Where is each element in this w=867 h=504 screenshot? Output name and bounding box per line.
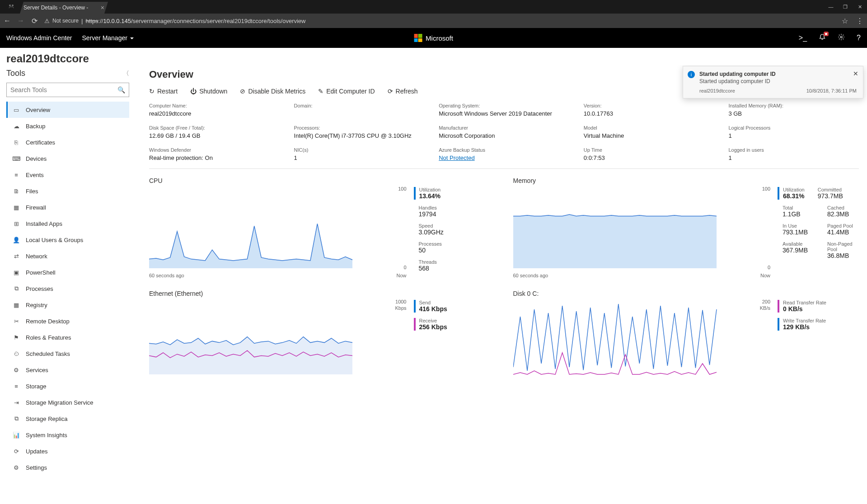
- product-label[interactable]: Windows Admin Center: [6, 34, 72, 42]
- stat: In Use793.1MB: [778, 223, 814, 236]
- property-value: 1: [728, 132, 859, 139]
- tool-icon: ✂: [12, 318, 20, 325]
- stat-label: Utilization: [419, 187, 495, 192]
- forward-button[interactable]: →: [17, 17, 24, 25]
- sidebar-item-local-users-groups[interactable]: 👤Local Users & Groups: [6, 232, 129, 248]
- console-icon[interactable]: >_: [799, 34, 807, 42]
- tools-panel: Tools 〈 🔍 ▭Overview☁Backup⎘Certificates⌨…: [0, 65, 136, 504]
- sidebar-item-installed-apps[interactable]: ⊞Installed Apps: [6, 215, 129, 232]
- sidebar-item-label: Storage Replica: [26, 415, 68, 422]
- close-window-button[interactable]: ✕: [853, 0, 867, 14]
- context-dropdown[interactable]: Server Manager: [82, 34, 134, 42]
- tools-search[interactable]: 🔍: [6, 83, 129, 97]
- property-value: Microsoft Corporation: [439, 132, 569, 139]
- sidebar-item-storage-replica[interactable]: ⧉Storage Replica: [6, 411, 129, 427]
- collapse-icon[interactable]: 〈: [123, 70, 129, 78]
- url-text: https://10.0.0.145/servermanager/connect…: [85, 18, 305, 24]
- sidebar-item-label: Files: [26, 188, 38, 195]
- stat-value: 3.09GHz: [419, 229, 495, 236]
- stat-label: Non-Paged Pool: [827, 241, 859, 252]
- minimize-button[interactable]: —: [824, 0, 838, 14]
- sidebar-item-files[interactable]: 🗎Files: [6, 183, 129, 199]
- sidebar-item-powershell[interactable]: ▣PowerShell: [6, 264, 129, 280]
- sidebar-item-devices[interactable]: ⌨Devices: [6, 150, 129, 167]
- browser-chrome: Server Details - Overview - × — ❐ ✕ ← → …: [0, 0, 867, 28]
- search-icon[interactable]: 🔍: [117, 86, 125, 93]
- sidebar-item-processes[interactable]: ⧉Processes: [6, 280, 129, 297]
- stat-label: Threads: [419, 259, 495, 265]
- stat: Read Transfer Rate0 KB/s: [778, 300, 859, 313]
- sidebar-item-system-insights[interactable]: 📊System Insights: [6, 427, 129, 443]
- stat: Write Transfer Rate129 KB/s: [778, 318, 859, 331]
- settings-icon[interactable]: [838, 33, 845, 42]
- svg-point-2: [840, 36, 842, 38]
- notification-badge: ■: [824, 32, 829, 36]
- sidebar-item-services[interactable]: ⚙Services: [6, 362, 129, 378]
- reload-button[interactable]: ⟳: [31, 17, 38, 25]
- stat: Threads568: [414, 259, 495, 272]
- sidebar-item-events[interactable]: ≡Events: [6, 167, 129, 183]
- help-icon[interactable]: ?: [857, 34, 861, 42]
- edit-id-button[interactable]: ✎Edit Computer ID: [318, 88, 375, 95]
- property-value: 10.0.17763: [584, 110, 714, 117]
- close-icon[interactable]: ✕: [853, 70, 858, 77]
- property-value[interactable]: Not Protected: [439, 154, 569, 161]
- property-label: Processors:: [294, 125, 425, 131]
- sidebar-item-certificates[interactable]: ⎘Certificates: [6, 134, 129, 150]
- stat-value: 793.1MB: [783, 229, 814, 236]
- back-button[interactable]: ←: [4, 17, 11, 25]
- notifications-icon[interactable]: ■: [819, 33, 826, 42]
- refresh-icon: ⟳: [388, 88, 393, 95]
- sidebar-item-storage[interactable]: ≡Storage: [6, 378, 129, 394]
- disable-disk-button[interactable]: ⊘Disable Disk Metrics: [240, 88, 305, 95]
- sidebar-item-firewall[interactable]: ▦Firewall: [6, 199, 129, 215]
- property-cell: Domain:: [294, 103, 425, 117]
- tool-icon: ⇥: [12, 399, 20, 406]
- sidebar-item-roles-features[interactable]: ⚑Roles & Features: [6, 329, 129, 345]
- stat-value: 41.4MB: [827, 229, 859, 236]
- tool-icon: ⇄: [12, 253, 20, 260]
- property-cell: Processors:Intel(R) Core(TM) i7-3770S CP…: [294, 125, 425, 139]
- search-input[interactable]: [10, 86, 117, 93]
- property-value: Virtual Machine: [584, 132, 714, 139]
- sidebar-item-label: Settings: [26, 464, 47, 471]
- stat-label: Send: [419, 300, 495, 305]
- sidebar-item-label: Local Users & Groups: [26, 237, 83, 243]
- close-icon[interactable]: ×: [101, 4, 104, 11]
- property-value: 12.69 GB / 19.4 GB: [149, 132, 280, 139]
- toast-time: 10/8/2018, 7:36:11 PM: [806, 88, 857, 93]
- property-cell: ModelVirtual Machine: [584, 125, 714, 139]
- address-bar[interactable]: ⚠ Not secure | https://10.0.0.145/server…: [44, 18, 306, 24]
- maximize-button[interactable]: ❐: [838, 0, 853, 14]
- shutdown-button[interactable]: ⏻Shutdown: [190, 88, 227, 95]
- property-cell: Operating System:Microsoft Windows Serve…: [439, 103, 569, 117]
- property-cell: Computer Name:real2019dtccore: [149, 103, 280, 117]
- stat: Committed973.7MB: [813, 187, 843, 200]
- sidebar-item-label: Network: [26, 253, 47, 260]
- tab-title: Server Details - Overview -: [23, 5, 88, 11]
- property-cell: Up Time0:0:7:53: [584, 147, 714, 161]
- disk-chart: 200 KB/s: [513, 300, 771, 377]
- sidebar-item-network[interactable]: ⇄Network: [6, 248, 129, 264]
- browser-tab[interactable]: Server Details - Overview - ×: [20, 2, 108, 14]
- sidebar-item-remote-desktop[interactable]: ✂Remote Desktop: [6, 313, 129, 329]
- sidebar-item-updates[interactable]: ⟳Updates: [6, 443, 129, 459]
- wac-topbar: Windows Admin Center Server Manager Micr…: [0, 28, 867, 48]
- refresh-button[interactable]: ⟳Refresh: [388, 88, 418, 95]
- favorite-icon[interactable]: ☆: [842, 17, 848, 25]
- sidebar-item-settings[interactable]: ⚙Settings: [6, 459, 129, 476]
- sidebar-item-label: Storage Migration Service: [26, 399, 94, 406]
- sidebar-item-registry[interactable]: ▦Registry: [6, 297, 129, 313]
- restart-button[interactable]: ↻Restart: [149, 88, 178, 95]
- sidebar-item-overview[interactable]: ▭Overview: [6, 102, 129, 118]
- sidebar-item-label: Overview: [26, 107, 50, 113]
- stat-label: Receive: [419, 318, 495, 323]
- sidebar-item-backup[interactable]: ☁Backup: [6, 118, 129, 134]
- tool-icon: 👤: [12, 237, 20, 243]
- svg-point-1: [12, 5, 14, 6]
- sidebar-item-storage-migration-service[interactable]: ⇥Storage Migration Service: [6, 394, 129, 411]
- browser-more-icon[interactable]: ⋮: [856, 17, 863, 25]
- stat: Cached82.3MB: [822, 205, 859, 218]
- browser-menu-icon[interactable]: [3, 0, 20, 14]
- sidebar-item-scheduled-tasks[interactable]: ⏲Scheduled Tasks: [6, 345, 129, 362]
